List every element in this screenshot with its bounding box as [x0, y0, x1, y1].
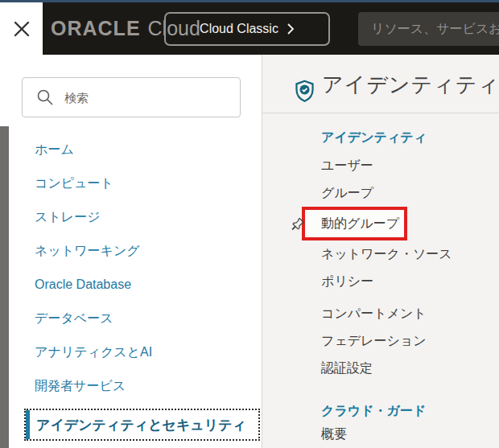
sidebar-item-home[interactable]: ホーム: [0, 133, 262, 166]
main-menu-sidebar: ホーム コンピュート ストレージ ネットワーキング Oracle Databas…: [0, 55, 262, 448]
submenu-list: アイデンティティ ユーザー グループ 動的グループ ネットワーク・ソース ポリシ…: [262, 128, 499, 448]
sidebar-item-identity-security[interactable]: アイデンティティとセキュリティ: [24, 409, 260, 441]
submenu-item-overview[interactable]: 概要: [262, 421, 499, 448]
submenu-item-groups[interactable]: グループ: [262, 179, 499, 207]
cloud-classic-button[interactable]: Cloud Classic: [164, 12, 330, 46]
search-icon: [35, 88, 55, 107]
submenu-item-compartments[interactable]: コンパートメント: [262, 300, 499, 327]
submenu-item-network-sources[interactable]: ネットワーク・ソース: [262, 240, 499, 268]
close-menu-button[interactable]: [0, 2, 43, 55]
submenu-item-users[interactable]: ユーザー: [262, 152, 499, 179]
submenu-header: アイデンティティとセキュリティ: [262, 55, 499, 113]
selected-accent-bar: [26, 410, 30, 439]
sidebar-item-label: アイデンティティとセキュリティ: [26, 416, 246, 434]
chevron-right-icon: [287, 23, 295, 35]
pin-icon[interactable]: [291, 217, 305, 231]
sidebar-item-compute[interactable]: コンピュート: [0, 166, 262, 200]
cloud-classic-label: Cloud Classic: [200, 22, 278, 36]
sidebar-item-developer-services[interactable]: 開発者サービス: [0, 369, 262, 403]
page-title: アイデンティティとセキュリティ: [322, 71, 499, 99]
sidebar-item-oracle-database[interactable]: Oracle Database: [0, 268, 262, 302]
annotation-highlight-box: 動的グループ: [302, 207, 407, 240]
submenu-item-authentication-settings[interactable]: 認証設定: [262, 355, 499, 382]
oracle-logo-text: ORACLE: [51, 17, 141, 40]
submenu-item-dynamic-groups[interactable]: 動的グループ: [262, 207, 499, 240]
sidebar-item-analytics-ai[interactable]: アナリティクスとAI: [0, 335, 262, 369]
sidebar-item-database[interactable]: データベース: [0, 302, 262, 335]
sidebar-item-storage[interactable]: ストレージ: [0, 200, 262, 234]
menu-search-input[interactable]: [64, 91, 240, 105]
section-header-cloud-guard: クラウド・ガード: [262, 401, 499, 421]
submenu-item-policies[interactable]: ポリシー: [262, 268, 499, 295]
close-icon: [12, 19, 31, 39]
oracle-cloud-console: ORACLE Cloud Cloud Classic ホーム コンピュート スト…: [0, 0, 499, 448]
content-area: ホーム コンピュート ストレージ ネットワーキング Oracle Databas…: [0, 55, 499, 448]
sidebar-item-networking[interactable]: ネットワーキング: [0, 234, 262, 268]
submenu-item-federation[interactable]: フェデレーション: [262, 327, 499, 355]
sidebar-nav-list: ホーム コンピュート ストレージ ネットワーキング Oracle Databas…: [0, 133, 262, 441]
section-header-identity: アイデンティティ: [262, 128, 499, 147]
shield-check-icon: [294, 80, 315, 106]
menu-search-box: [22, 77, 241, 117]
identity-security-submenu-panel: アイデンティティとセキュリティ アイデンティティ ユーザー グループ 動的グルー…: [262, 55, 499, 448]
global-search-input[interactable]: [358, 12, 499, 46]
top-navigation-bar: ORACLE Cloud Cloud Classic: [0, 2, 499, 55]
submenu-item-label: 動的グループ: [321, 216, 399, 232]
